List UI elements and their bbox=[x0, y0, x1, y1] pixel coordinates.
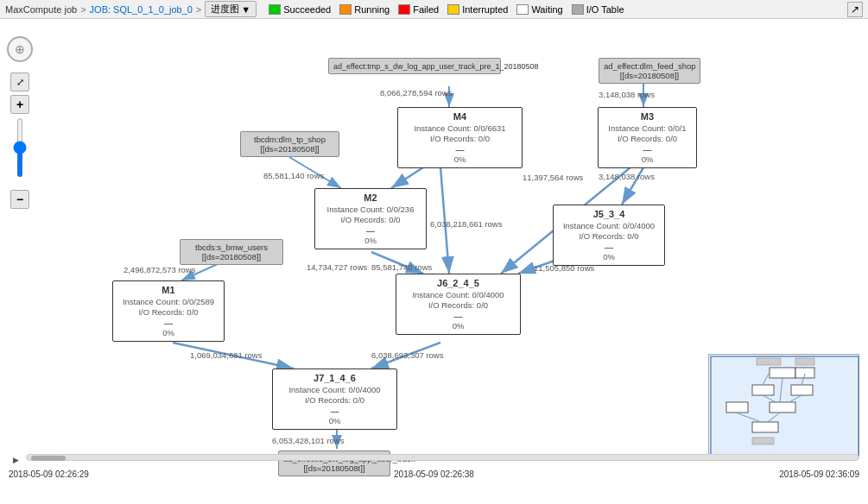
row-label-r4: 3,148,038 rows bbox=[599, 172, 655, 181]
node-j5-3-4[interactable]: J5_3_4 Instance Count: 0/0/4000 I/O Reco… bbox=[553, 205, 665, 266]
failed-icon bbox=[398, 4, 410, 15]
legend-interrupted: Interrupted bbox=[447, 4, 508, 15]
timestamp-1: 2018-05-09 02:26:29 bbox=[9, 469, 89, 479]
svg-rect-16 bbox=[770, 368, 795, 378]
canvas: ⊕ ⤢ + − bbox=[0, 19, 868, 483]
row-label-r2: 3,148,038 rows bbox=[599, 90, 655, 99]
svg-rect-19 bbox=[791, 385, 813, 395]
svg-rect-21 bbox=[770, 402, 795, 413]
minimap[interactable] bbox=[708, 354, 859, 457]
fit-button[interactable]: ⤢ bbox=[10, 72, 29, 91]
row-label-r11: 1,069,034,681 rows bbox=[190, 350, 262, 360]
legend-io-table: I/O Table bbox=[572, 4, 624, 15]
datasource-tbcdm-dlm: tbcdm:dlm_tp_shop [[ds=20180508]] bbox=[240, 131, 339, 157]
datasource-tbcds-s-bmw: tbcds:s_bmw_users [[ds=20180508]] bbox=[180, 239, 283, 265]
svg-rect-25 bbox=[752, 438, 774, 444]
row-label-r12: 6,038,693,307 rows bbox=[371, 350, 443, 360]
timestamp-2: 2018-05-09 02:26:38 bbox=[394, 469, 474, 479]
row-label-r9: 85,581,740 rows bbox=[371, 262, 432, 272]
row-label-r3: 85,581,140 rows bbox=[263, 171, 324, 180]
interrupted-icon bbox=[447, 4, 459, 15]
zoom-slider[interactable] bbox=[17, 117, 22, 178]
node-m2[interactable]: M2 Instance Count: 0/0/236 I/O Records: … bbox=[314, 188, 427, 249]
row-label-r6: 11,397,564 rows bbox=[523, 173, 583, 182]
header: MaxCompute job > JOB: SQL_0_1_0_job_0 > … bbox=[0, 0, 868, 19]
io-table-icon bbox=[572, 4, 584, 15]
waiting-icon bbox=[516, 4, 529, 15]
job-id-link[interactable]: JOB: SQL_0_1_0_job_0 bbox=[90, 4, 193, 15]
row-label-r8: 14,734,727 rows bbox=[307, 262, 367, 272]
node-m1[interactable]: M1 Instance Count: 0/0/2589 I/O Records:… bbox=[112, 280, 225, 342]
legend-running: Running bbox=[339, 4, 390, 15]
compass-button[interactable]: ⊕ bbox=[7, 36, 33, 62]
svg-rect-17 bbox=[795, 368, 814, 378]
legend-waiting: Waiting bbox=[516, 4, 562, 15]
legend-failed: Failed bbox=[398, 4, 439, 15]
timestamp-3: 2018-05-09 02:36:09 bbox=[779, 469, 859, 479]
zoom-out-button[interactable]: − bbox=[10, 190, 29, 209]
running-icon bbox=[339, 4, 352, 15]
timestamps: 2018-05-09 02:26:29 2018-05-09 02:26:38 … bbox=[0, 469, 868, 479]
sep1: > bbox=[80, 4, 86, 15]
node-m3[interactable]: M3 Instance Count: 0/0/1 I/O Records: 0/… bbox=[598, 107, 697, 168]
legend: Succeeded Running Failed Interrupted Wai… bbox=[269, 4, 624, 15]
svg-rect-22 bbox=[752, 422, 778, 432]
scrollbar-thumb[interactable] bbox=[31, 456, 66, 461]
node-j6-2-4-5[interactable]: J6_2_4_5 Instance Count: 0/0/4000 I/O Re… bbox=[396, 274, 521, 335]
svg-rect-24 bbox=[795, 358, 814, 365]
horizontal-scrollbar[interactable] bbox=[26, 454, 859, 461]
row-label-r1: 8,066,278,594 rows bbox=[380, 88, 452, 98]
view-mode-button[interactable]: 进度图 ▼ bbox=[205, 1, 257, 17]
svg-rect-18 bbox=[752, 385, 774, 395]
svg-rect-20 bbox=[726, 402, 748, 413]
datasource-ad-effect-tmp: ad_effect:tmp_s_dw_log_app_user_track_pr… bbox=[328, 58, 501, 74]
node-m4[interactable]: M4 Instance Count: 0/0/6631 I/O Records:… bbox=[397, 107, 523, 168]
slider-handle[interactable]: ▶ bbox=[9, 456, 22, 464]
row-label-r7: 2,496,872,573 rows bbox=[124, 265, 195, 274]
zoom-slider-container bbox=[17, 117, 22, 186]
fullscreen-button[interactable]: ↗ bbox=[847, 2, 863, 17]
node-j7-1-4-6[interactable]: J7_1_4_6 Instance Count: 0/0/4000 I/O Re… bbox=[272, 369, 397, 430]
sep2: > bbox=[196, 4, 201, 15]
svg-line-6 bbox=[391, 167, 423, 188]
succeeded-icon bbox=[269, 4, 281, 15]
svg-rect-23 bbox=[757, 358, 781, 365]
legend-succeeded: Succeeded bbox=[269, 4, 331, 15]
row-label-r13: 6,053,428,101 rows bbox=[272, 436, 344, 445]
minimap-svg bbox=[709, 355, 860, 458]
zoom-in-button[interactable]: + bbox=[10, 95, 29, 114]
toolbar: ⊕ ⤢ + − bbox=[7, 36, 33, 209]
row-label-r5: 6,038,218,661 rows bbox=[430, 219, 502, 229]
app-name: MaxCompute job bbox=[5, 4, 77, 15]
datasource-ad-effect-dlm: ad_effect:dlm_feed_shop [[ds=20180508]] bbox=[599, 58, 700, 84]
